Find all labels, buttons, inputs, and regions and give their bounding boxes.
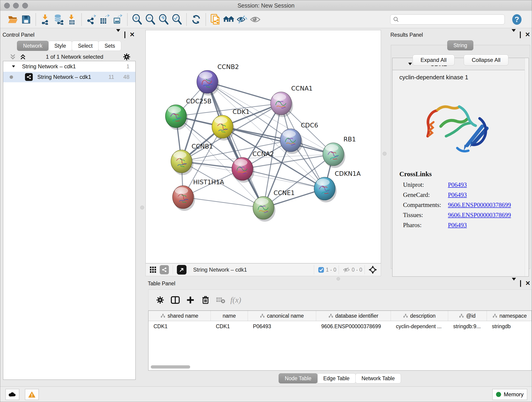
panel-close-icon[interactable]: ✕ bbox=[129, 32, 135, 38]
table-cell[interactable]: stringdb:9... bbox=[448, 321, 487, 332]
delete-column-button[interactable] bbox=[198, 293, 213, 307]
zoom-out-button[interactable] bbox=[144, 12, 157, 27]
hidden-eye-icon[interactable] bbox=[343, 267, 350, 273]
table-cell[interactable]: CDK1 bbox=[211, 321, 248, 332]
selected-nodes-checkbox[interactable] bbox=[318, 267, 324, 273]
column-header-database-identifier[interactable]: database identifier bbox=[316, 311, 391, 321]
column-header-canonical-name[interactable]: canonical name bbox=[248, 311, 316, 321]
double-home-icon bbox=[223, 15, 234, 24]
expand-all-button[interactable]: Expand All bbox=[413, 55, 455, 65]
node-CCNA1[interactable]: CCNA1 bbox=[271, 85, 313, 117]
string-home-button[interactable] bbox=[222, 12, 235, 27]
crosslink-pharos-link[interactable]: P06493 bbox=[448, 222, 467, 229]
expand-all-chevron-icon[interactable] bbox=[19, 53, 26, 60]
node-CCNB2[interactable]: CCNB2 bbox=[197, 63, 239, 96]
tab-select[interactable]: Select bbox=[72, 41, 99, 51]
save-session-button[interactable] bbox=[19, 12, 33, 27]
node-CDKN1A[interactable]: CDKN1A bbox=[314, 170, 361, 202]
function-builder-button[interactable]: f(x) bbox=[228, 293, 243, 307]
import-network-file-button[interactable] bbox=[39, 12, 52, 27]
network-row-selected[interactable]: String Network – cdk1 11 48 bbox=[3, 72, 135, 82]
node-CCNB1[interactable]: CCNB1 bbox=[171, 143, 213, 175]
search-input[interactable] bbox=[399, 16, 502, 23]
show-columns-button[interactable] bbox=[168, 293, 183, 307]
edge-CCNA2-CDKN1A[interactable] bbox=[242, 169, 325, 189]
node-CCNE1[interactable]: CCNE1 bbox=[253, 189, 295, 222]
warning-status-button[interactable] bbox=[25, 389, 39, 400]
node-HIST1H1A[interactable]: HIST1H1A bbox=[172, 179, 224, 211]
column-header-description[interactable]: description bbox=[391, 311, 448, 321]
tab-node-table[interactable]: Node Table bbox=[279, 373, 317, 383]
table-cell[interactable]: cyclin-dependent ... bbox=[391, 321, 448, 332]
import-table-file-button[interactable] bbox=[65, 12, 79, 27]
zoom-in-button[interactable] bbox=[130, 12, 144, 27]
crosslink-label: Tissues: bbox=[403, 211, 448, 219]
table-cell[interactable]: CDK1 bbox=[148, 321, 211, 332]
table-cell[interactable]: P06493 bbox=[248, 321, 316, 332]
database-network-icon bbox=[53, 14, 64, 25]
results-vertical-scrollbar[interactable] bbox=[525, 58, 529, 276]
import-network-database-button[interactable] bbox=[52, 12, 65, 27]
collapse-all-button[interactable]: Collapse All bbox=[464, 55, 508, 65]
fit-content-crosshair-button[interactable] bbox=[369, 266, 377, 274]
crosslink-tissues-link[interactable]: 9606.ENSP00000378699 bbox=[448, 211, 511, 219]
tab-edge-table[interactable]: Edge Table bbox=[317, 373, 356, 383]
network-collection-row[interactable]: String Network – cdk1 1 bbox=[3, 61, 135, 72]
panel-float-icon[interactable] bbox=[520, 281, 521, 287]
right-splitter-handle[interactable] bbox=[383, 152, 386, 156]
column-header-name[interactable]: name bbox=[211, 311, 248, 321]
table-cell[interactable]: stringdb bbox=[487, 321, 532, 332]
export-network-button[interactable] bbox=[85, 12, 98, 27]
node-RB1[interactable]: RB1 bbox=[323, 136, 356, 168]
panel-menu-icon[interactable] bbox=[116, 32, 120, 38]
zoom-selected-button[interactable] bbox=[170, 12, 184, 27]
column-header-shared-name[interactable]: shared name bbox=[148, 311, 211, 321]
apply-layout-button[interactable] bbox=[190, 12, 203, 27]
table-horizontal-scrollbar[interactable] bbox=[149, 365, 531, 369]
tab-string[interactable]: String bbox=[447, 40, 473, 51]
node-CDC25B[interactable]: CDC25B bbox=[165, 98, 211, 130]
column-header--id[interactable]: @id bbox=[448, 311, 487, 321]
string-import-button[interactable] bbox=[209, 12, 222, 27]
panel-menu-icon[interactable] bbox=[512, 281, 516, 287]
network-options-gear-icon[interactable] bbox=[123, 53, 131, 61]
hide-unselected-button[interactable] bbox=[235, 12, 249, 27]
network-view-toolbar: String Network – cdk1 1 - 0 0 - 0 bbox=[146, 263, 381, 276]
panel-float-icon[interactable] bbox=[520, 32, 521, 38]
string-panel-button[interactable] bbox=[160, 265, 169, 274]
panel-close-icon[interactable]: ✕ bbox=[525, 281, 530, 287]
crosslink-uniprot-link[interactable]: P06493 bbox=[448, 181, 467, 188]
export-table-button[interactable] bbox=[98, 12, 111, 27]
help-button[interactable]: ? bbox=[510, 12, 524, 27]
left-splitter-handle[interactable] bbox=[140, 206, 144, 210]
panel-float-icon[interactable] bbox=[124, 32, 125, 38]
show-eye-button[interactable] bbox=[249, 12, 262, 27]
table-options-gear-icon[interactable] bbox=[152, 293, 168, 307]
edge-CCNB2-CCNE1[interactable] bbox=[207, 82, 264, 208]
open-in-window-button[interactable] bbox=[177, 265, 186, 274]
panel-menu-icon[interactable] bbox=[512, 32, 516, 38]
panel-close-icon[interactable]: ✕ bbox=[525, 32, 530, 38]
tab-sets[interactable]: Sets bbox=[98, 41, 121, 51]
create-column-button[interactable] bbox=[183, 293, 198, 307]
tab-network-table[interactable]: Network Table bbox=[355, 373, 401, 383]
crosslink-genecard-link[interactable]: P06493 bbox=[448, 191, 467, 198]
crosslink-compartments-link[interactable]: 9606.ENSP00000378699 bbox=[448, 201, 511, 209]
birdseye-grid-button[interactable] bbox=[150, 266, 157, 273]
cloud-status-button[interactable] bbox=[6, 389, 19, 400]
open-file-button[interactable] bbox=[6, 12, 19, 27]
table-row[interactable]: CDK1CDK1P064939606.ENSP00000378699cyclin… bbox=[148, 321, 532, 332]
export-image-button[interactable] bbox=[111, 12, 124, 27]
memory-status-button[interactable]: Memory bbox=[492, 389, 527, 400]
tab-network[interactable]: Network bbox=[17, 41, 49, 51]
table-cell[interactable]: 9606.ENSP00000378699 bbox=[316, 321, 391, 332]
collection-expand-triangle-icon[interactable] bbox=[12, 65, 15, 68]
network-canvas[interactable]: CCNB2CCNA1CDC25BCDK1CDC6RB1CCNB1CCNA2CDK… bbox=[146, 30, 381, 263]
column-header-namespace[interactable]: namespace bbox=[487, 311, 532, 321]
table-hscroll-thumb[interactable] bbox=[151, 365, 190, 369]
collapse-all-chevron-icon[interactable] bbox=[9, 53, 16, 60]
zoom-fit-button[interactable] bbox=[157, 12, 170, 27]
delete-table-button-disabled[interactable] bbox=[213, 293, 228, 307]
edge-HIST1H1A-CCNE1[interactable] bbox=[183, 197, 264, 208]
tab-style[interactable]: Style bbox=[48, 41, 72, 51]
